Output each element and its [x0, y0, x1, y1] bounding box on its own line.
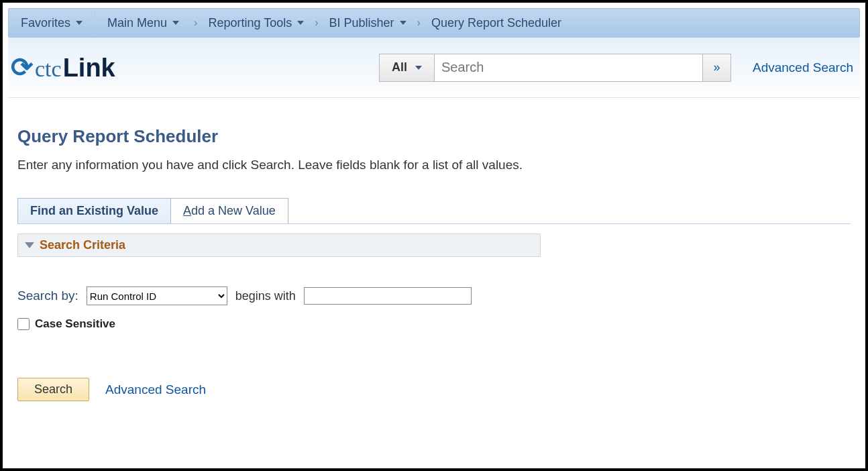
search-by-row: Search by: Run Control ID begins with [17, 286, 851, 305]
caret-down-icon [172, 21, 179, 25]
search-by-select[interactable]: Run Control ID [87, 286, 227, 305]
tab-label: Add a New Value [183, 204, 276, 217]
page-title: Query Report Scheduler [17, 126, 851, 147]
main-menu[interactable]: Main Menu [95, 9, 191, 37]
caret-down-icon [297, 21, 304, 25]
caret-down-icon [400, 21, 406, 25]
logo-swirl-icon: ⟳ [11, 52, 34, 83]
tab-find-existing[interactable]: Find an Existing Value [17, 198, 171, 223]
breadcrumb-separator: › [415, 9, 423, 37]
breadcrumb-separator: › [191, 9, 200, 37]
favorites-label: Favorites [21, 16, 70, 30]
search-scope-dropdown[interactable]: All [379, 54, 435, 82]
logo-text-ctc: ctc [35, 56, 62, 82]
breadcrumb-bi-publisher[interactable]: BI Publisher [321, 9, 414, 37]
page-instructions: Enter any information you have and click… [17, 158, 851, 172]
tab-label: Find an Existing Value [30, 204, 158, 217]
global-search-group: All » [379, 54, 731, 82]
action-row: Search Advanced Search [17, 378, 851, 401]
case-sensitive-checkbox[interactable] [17, 318, 30, 330]
main-content: Query Report Scheduler Enter any informa… [8, 98, 860, 401]
case-sensitive-row: Case Sensitive [17, 317, 851, 331]
breadcrumb-label: Reporting Tools [208, 16, 292, 30]
breadcrumb-reporting-tools[interactable]: Reporting Tools [200, 9, 312, 37]
advanced-search-link-top[interactable]: Advanced Search [753, 60, 853, 75]
breadcrumb-current-page: Query Report Scheduler [423, 9, 569, 37]
caret-down-icon [415, 66, 422, 70]
breadcrumb-separator: › [312, 9, 321, 37]
tab-add-new[interactable]: Add a New Value [170, 198, 288, 223]
search-criteria-label: Search Criteria [40, 238, 125, 252]
go-icon: » [713, 60, 720, 74]
caret-down-icon [76, 21, 83, 25]
logo-text-link: Link [63, 54, 115, 83]
search-by-label: Search by: [17, 289, 78, 303]
top-nav-bar: Favorites Main Menu › Reporting Tools › … [8, 8, 860, 38]
begins-with-label: begins with [235, 289, 296, 303]
tab-strip: Find an Existing Value Add a New Value [17, 198, 851, 224]
search-scope-label: All [392, 60, 407, 74]
ctclink-logo: ⟳ ctc Link [8, 52, 115, 83]
breadcrumb-label: Query Report Scheduler [431, 16, 561, 30]
main-menu-label: Main Menu [107, 16, 167, 30]
header-strip: ⟳ ctc Link All » Advanced Search [8, 38, 860, 98]
global-search-input[interactable] [435, 54, 703, 82]
breadcrumb-label: BI Publisher [329, 16, 394, 30]
global-search-go-button[interactable]: » [703, 54, 731, 82]
search-criteria-toggle[interactable]: Search Criteria [17, 233, 541, 257]
search-button[interactable]: Search [17, 378, 89, 401]
advanced-search-link[interactable]: Advanced Search [105, 382, 206, 397]
favorites-menu[interactable]: Favorites [9, 9, 95, 37]
search-value-input[interactable] [304, 287, 472, 305]
collapse-icon [25, 242, 34, 248]
case-sensitive-label: Case Sensitive [35, 317, 115, 331]
